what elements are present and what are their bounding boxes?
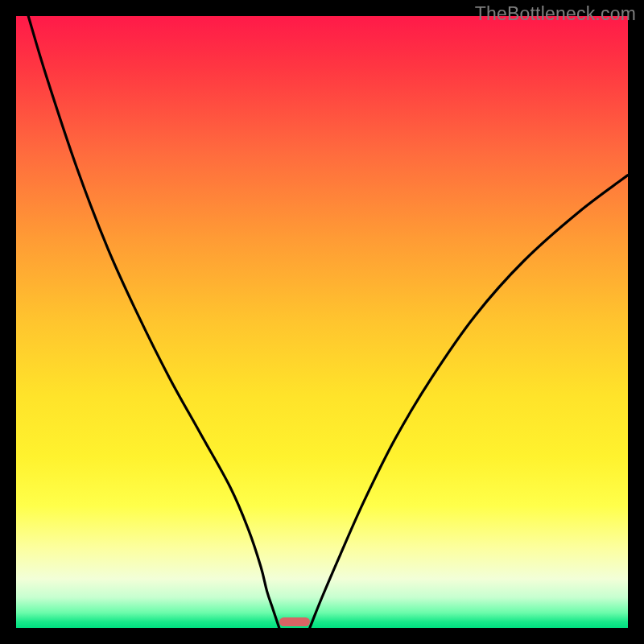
left-curve bbox=[28, 16, 279, 628]
curves-svg bbox=[16, 16, 628, 628]
optimal-range-marker bbox=[279, 617, 310, 626]
right-curve bbox=[310, 175, 628, 628]
plot-area bbox=[16, 16, 628, 628]
watermark-text: TheBottleneck.com bbox=[475, 3, 636, 25]
chart-frame: TheBottleneck.com bbox=[0, 0, 644, 644]
